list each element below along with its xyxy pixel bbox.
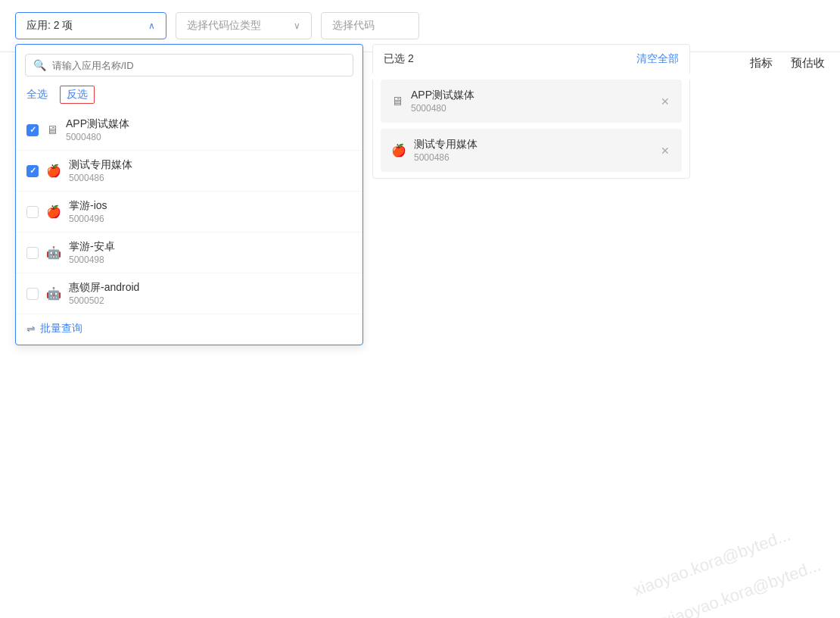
monitor-icon: 🖥: [46, 123, 58, 137]
selected-item-1: 🖥 APP测试媒体 5000480 ✕: [381, 80, 682, 123]
android-icon-2: 🤖: [46, 286, 61, 301]
search-icon: 🔍: [33, 59, 46, 71]
tab-indicators[interactable]: 指标: [750, 56, 773, 73]
dropdown-right-panel: 已选 2 清空全部 🖥 APP测试媒体 5000480 ✕: [372, 44, 690, 345]
selected-list: 🖥 APP测试媒体 5000480 ✕ 🍎 测试专用媒体 5000486: [372, 80, 690, 179]
apple-icon-2: 🍎: [46, 204, 61, 219]
search-box[interactable]: 🔍: [25, 54, 353, 76]
select-actions: 全选 反选: [16, 83, 362, 110]
tab-estimated[interactable]: 预估收: [791, 56, 825, 73]
app-dropdown-button[interactable]: 应用: 2 项 ∧: [15, 12, 166, 39]
selected-count: 已选 2: [384, 52, 414, 66]
item-id-3: 5000496: [69, 214, 107, 224]
item-name-4: 掌游-安卓: [69, 240, 115, 254]
selected-name-1: APP测试媒体: [411, 89, 474, 102]
batch-query: ⇌ 批量查询: [16, 314, 362, 339]
batch-query-link[interactable]: 批量查询: [40, 322, 82, 336]
main-area: 应用: 2 项 ∧ 选择代码位类型 ∨ 选择代码 🔍 全选 反选 �: [0, 0, 840, 618]
list-item[interactable]: 🍎 掌游-ios 5000496: [16, 192, 362, 233]
item-id-1: 5000480: [66, 132, 129, 142]
batch-icon: ⇌: [26, 323, 36, 335]
code-type-dropdown-button[interactable]: 选择代码位类型 ∨: [176, 12, 312, 39]
app-dropdown-label: 应用: 2 项: [26, 19, 73, 33]
inverse-select-button[interactable]: 反选: [60, 86, 95, 104]
list-item[interactable]: 🤖 惠锁屏-android 5000502: [16, 273, 362, 314]
chevron-down-icon: ∨: [294, 20, 300, 31]
apple-icon: 🍎: [46, 164, 61, 178]
checkbox-item-3[interactable]: [26, 206, 39, 218]
search-input[interactable]: [52, 60, 345, 71]
code-placeholder: 选择代码: [332, 19, 375, 33]
item-name-3: 掌游-ios: [69, 199, 107, 213]
item-id-2: 5000486: [69, 173, 132, 183]
remove-selected-2-button[interactable]: ✕: [659, 143, 671, 158]
chevron-up-icon: ∧: [148, 20, 155, 31]
checkbox-item-1[interactable]: [26, 124, 39, 136]
list-item[interactable]: 🤖 掌游-安卓 5000498: [16, 233, 362, 273]
checkbox-item-5[interactable]: [26, 288, 39, 300]
side-tabs: 指标 预估收: [735, 44, 840, 86]
selected-apple-icon: 🍎: [391, 143, 406, 158]
android-icon: 🤖: [46, 245, 61, 260]
remove-selected-1-button[interactable]: ✕: [659, 94, 671, 109]
selected-monitor-icon: 🖥: [391, 95, 403, 108]
item-id-4: 5000498: [69, 254, 115, 265]
code-dropdown-button[interactable]: 选择代码: [321, 12, 419, 39]
item-name-2: 测试专用媒体: [69, 158, 132, 172]
selected-id-1: 5000480: [411, 103, 474, 114]
checkbox-item-4[interactable]: [26, 247, 39, 259]
dropdown-left-panel: 🔍 全选 反选 🖥 APP测试媒体 5000480 🍎 测: [15, 44, 363, 345]
checkbox-item-2[interactable]: [26, 165, 39, 177]
select-all-link[interactable]: 全选: [26, 88, 48, 101]
selected-name-2: 测试专用媒体: [414, 138, 478, 151]
watermark-2: xiaoyao.kora@byted...: [661, 555, 823, 618]
list-item[interactable]: 🍎 测试专用媒体 5000486: [16, 151, 362, 192]
selected-item-2: 🍎 测试专用媒体 5000486 ✕: [381, 129, 682, 172]
watermark-1: xiaoyao.kora@byted...: [630, 525, 793, 600]
dropdown-container: 🔍 全选 反选 🖥 APP测试媒体 5000480 🍎 测: [15, 44, 690, 345]
clear-all-button[interactable]: 清空全部: [636, 52, 679, 66]
item-name-1: APP测试媒体: [66, 117, 129, 131]
selected-id-2: 5000486: [414, 152, 478, 163]
item-name-5: 惠锁屏-android: [69, 281, 139, 295]
item-id-5: 5000502: [69, 295, 139, 306]
selected-header: 已选 2 清空全部: [372, 44, 690, 73]
code-type-placeholder: 选择代码位类型: [187, 19, 261, 33]
list-item[interactable]: 🖥 APP测试媒体 5000480: [16, 110, 362, 151]
